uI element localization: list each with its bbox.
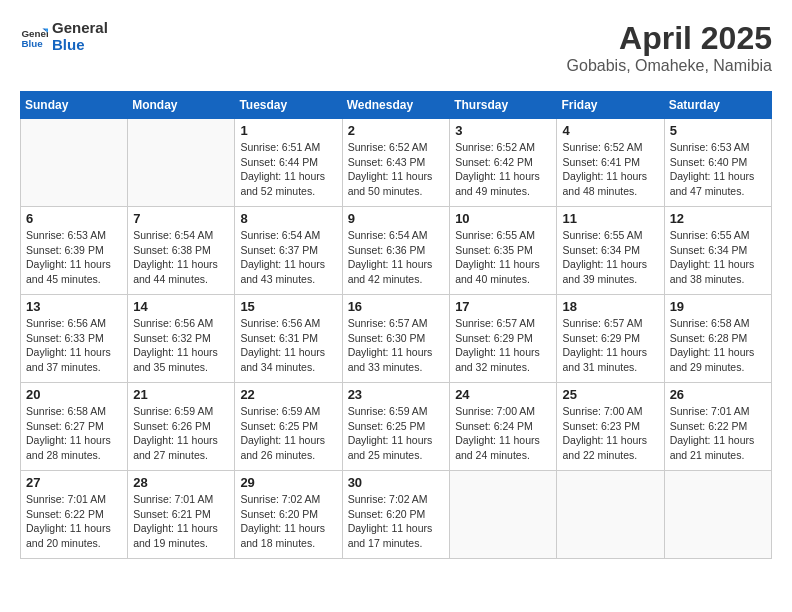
calendar-week-5: 27Sunrise: 7:01 AM Sunset: 6:22 PM Dayli…	[21, 471, 772, 559]
day-info: Sunrise: 7:00 AM Sunset: 6:23 PM Dayligh…	[562, 404, 658, 463]
calendar-cell: 28Sunrise: 7:01 AM Sunset: 6:21 PM Dayli…	[128, 471, 235, 559]
day-info: Sunrise: 6:56 AM Sunset: 6:31 PM Dayligh…	[240, 316, 336, 375]
calendar-cell: 25Sunrise: 7:00 AM Sunset: 6:23 PM Dayli…	[557, 383, 664, 471]
day-number: 25	[562, 387, 658, 402]
day-number: 2	[348, 123, 445, 138]
day-info: Sunrise: 6:51 AM Sunset: 6:44 PM Dayligh…	[240, 140, 336, 199]
day-number: 4	[562, 123, 658, 138]
calendar-cell: 2Sunrise: 6:52 AM Sunset: 6:43 PM Daylig…	[342, 119, 450, 207]
day-info: Sunrise: 6:59 AM Sunset: 6:25 PM Dayligh…	[240, 404, 336, 463]
day-header-sunday: Sunday	[21, 92, 128, 119]
calendar-week-1: 1Sunrise: 6:51 AM Sunset: 6:44 PM Daylig…	[21, 119, 772, 207]
calendar-cell: 20Sunrise: 6:58 AM Sunset: 6:27 PM Dayli…	[21, 383, 128, 471]
day-number: 24	[455, 387, 551, 402]
day-number: 10	[455, 211, 551, 226]
day-info: Sunrise: 6:59 AM Sunset: 6:26 PM Dayligh…	[133, 404, 229, 463]
calendar-cell: 24Sunrise: 7:00 AM Sunset: 6:24 PM Dayli…	[450, 383, 557, 471]
logo-line1: General	[52, 20, 108, 37]
calendar-cell: 26Sunrise: 7:01 AM Sunset: 6:22 PM Dayli…	[664, 383, 771, 471]
calendar-cell: 13Sunrise: 6:56 AM Sunset: 6:33 PM Dayli…	[21, 295, 128, 383]
calendar-cell: 7Sunrise: 6:54 AM Sunset: 6:38 PM Daylig…	[128, 207, 235, 295]
day-info: Sunrise: 6:52 AM Sunset: 6:41 PM Dayligh…	[562, 140, 658, 199]
day-info: Sunrise: 6:59 AM Sunset: 6:25 PM Dayligh…	[348, 404, 445, 463]
day-info: Sunrise: 7:01 AM Sunset: 6:21 PM Dayligh…	[133, 492, 229, 551]
day-header-wednesday: Wednesday	[342, 92, 450, 119]
day-info: Sunrise: 6:55 AM Sunset: 6:34 PM Dayligh…	[562, 228, 658, 287]
svg-text:Blue: Blue	[21, 37, 43, 48]
day-header-thursday: Thursday	[450, 92, 557, 119]
calendar-cell	[450, 471, 557, 559]
location-subtitle: Gobabis, Omaheke, Namibia	[567, 57, 772, 75]
day-info: Sunrise: 6:58 AM Sunset: 6:28 PM Dayligh…	[670, 316, 766, 375]
calendar-cell: 29Sunrise: 7:02 AM Sunset: 6:20 PM Dayli…	[235, 471, 342, 559]
day-number: 7	[133, 211, 229, 226]
calendar-cell: 9Sunrise: 6:54 AM Sunset: 6:36 PM Daylig…	[342, 207, 450, 295]
day-info: Sunrise: 6:56 AM Sunset: 6:32 PM Dayligh…	[133, 316, 229, 375]
calendar-cell: 22Sunrise: 6:59 AM Sunset: 6:25 PM Dayli…	[235, 383, 342, 471]
month-title: April 2025	[567, 20, 772, 57]
day-header-saturday: Saturday	[664, 92, 771, 119]
day-number: 14	[133, 299, 229, 314]
day-info: Sunrise: 6:55 AM Sunset: 6:35 PM Dayligh…	[455, 228, 551, 287]
day-number: 9	[348, 211, 445, 226]
logo-line2: Blue	[52, 37, 108, 54]
day-number: 3	[455, 123, 551, 138]
day-number: 30	[348, 475, 445, 490]
calendar-cell: 1Sunrise: 6:51 AM Sunset: 6:44 PM Daylig…	[235, 119, 342, 207]
calendar-cell: 3Sunrise: 6:52 AM Sunset: 6:42 PM Daylig…	[450, 119, 557, 207]
calendar-cell: 19Sunrise: 6:58 AM Sunset: 6:28 PM Dayli…	[664, 295, 771, 383]
day-info: Sunrise: 6:53 AM Sunset: 6:39 PM Dayligh…	[26, 228, 122, 287]
day-number: 6	[26, 211, 122, 226]
day-info: Sunrise: 7:02 AM Sunset: 6:20 PM Dayligh…	[240, 492, 336, 551]
calendar-cell: 18Sunrise: 6:57 AM Sunset: 6:29 PM Dayli…	[557, 295, 664, 383]
calendar-cell: 30Sunrise: 7:02 AM Sunset: 6:20 PM Dayli…	[342, 471, 450, 559]
calendar-cell	[557, 471, 664, 559]
day-number: 5	[670, 123, 766, 138]
day-number: 18	[562, 299, 658, 314]
day-number: 21	[133, 387, 229, 402]
calendar-cell: 10Sunrise: 6:55 AM Sunset: 6:35 PM Dayli…	[450, 207, 557, 295]
calendar-cell: 12Sunrise: 6:55 AM Sunset: 6:34 PM Dayli…	[664, 207, 771, 295]
calendar: SundayMondayTuesdayWednesdayThursdayFrid…	[20, 91, 772, 559]
calendar-week-2: 6Sunrise: 6:53 AM Sunset: 6:39 PM Daylig…	[21, 207, 772, 295]
day-number: 26	[670, 387, 766, 402]
day-number: 27	[26, 475, 122, 490]
day-number: 13	[26, 299, 122, 314]
day-header-friday: Friday	[557, 92, 664, 119]
day-number: 16	[348, 299, 445, 314]
day-info: Sunrise: 6:52 AM Sunset: 6:42 PM Dayligh…	[455, 140, 551, 199]
title-area: April 2025 Gobabis, Omaheke, Namibia	[567, 20, 772, 75]
logo-icon: General Blue	[20, 23, 48, 51]
calendar-cell: 8Sunrise: 6:54 AM Sunset: 6:37 PM Daylig…	[235, 207, 342, 295]
calendar-cell: 15Sunrise: 6:56 AM Sunset: 6:31 PM Dayli…	[235, 295, 342, 383]
day-number: 20	[26, 387, 122, 402]
day-info: Sunrise: 6:56 AM Sunset: 6:33 PM Dayligh…	[26, 316, 122, 375]
day-info: Sunrise: 6:53 AM Sunset: 6:40 PM Dayligh…	[670, 140, 766, 199]
day-number: 12	[670, 211, 766, 226]
day-number: 29	[240, 475, 336, 490]
day-number: 17	[455, 299, 551, 314]
day-number: 19	[670, 299, 766, 314]
day-info: Sunrise: 6:57 AM Sunset: 6:29 PM Dayligh…	[562, 316, 658, 375]
logo: General Blue General Blue	[20, 20, 108, 53]
day-number: 11	[562, 211, 658, 226]
calendar-cell: 16Sunrise: 6:57 AM Sunset: 6:30 PM Dayli…	[342, 295, 450, 383]
calendar-cell: 21Sunrise: 6:59 AM Sunset: 6:26 PM Dayli…	[128, 383, 235, 471]
day-info: Sunrise: 6:54 AM Sunset: 6:37 PM Dayligh…	[240, 228, 336, 287]
day-header-tuesday: Tuesday	[235, 92, 342, 119]
calendar-cell: 6Sunrise: 6:53 AM Sunset: 6:39 PM Daylig…	[21, 207, 128, 295]
day-info: Sunrise: 6:54 AM Sunset: 6:38 PM Dayligh…	[133, 228, 229, 287]
header: General Blue General Blue April 2025 Gob…	[20, 20, 772, 75]
day-info: Sunrise: 7:01 AM Sunset: 6:22 PM Dayligh…	[670, 404, 766, 463]
day-info: Sunrise: 6:52 AM Sunset: 6:43 PM Dayligh…	[348, 140, 445, 199]
calendar-week-4: 20Sunrise: 6:58 AM Sunset: 6:27 PM Dayli…	[21, 383, 772, 471]
day-number: 1	[240, 123, 336, 138]
calendar-cell	[664, 471, 771, 559]
day-number: 28	[133, 475, 229, 490]
calendar-week-3: 13Sunrise: 6:56 AM Sunset: 6:33 PM Dayli…	[21, 295, 772, 383]
day-info: Sunrise: 6:57 AM Sunset: 6:30 PM Dayligh…	[348, 316, 445, 375]
day-info: Sunrise: 6:58 AM Sunset: 6:27 PM Dayligh…	[26, 404, 122, 463]
calendar-cell: 4Sunrise: 6:52 AM Sunset: 6:41 PM Daylig…	[557, 119, 664, 207]
day-header-monday: Monday	[128, 92, 235, 119]
calendar-cell: 11Sunrise: 6:55 AM Sunset: 6:34 PM Dayli…	[557, 207, 664, 295]
